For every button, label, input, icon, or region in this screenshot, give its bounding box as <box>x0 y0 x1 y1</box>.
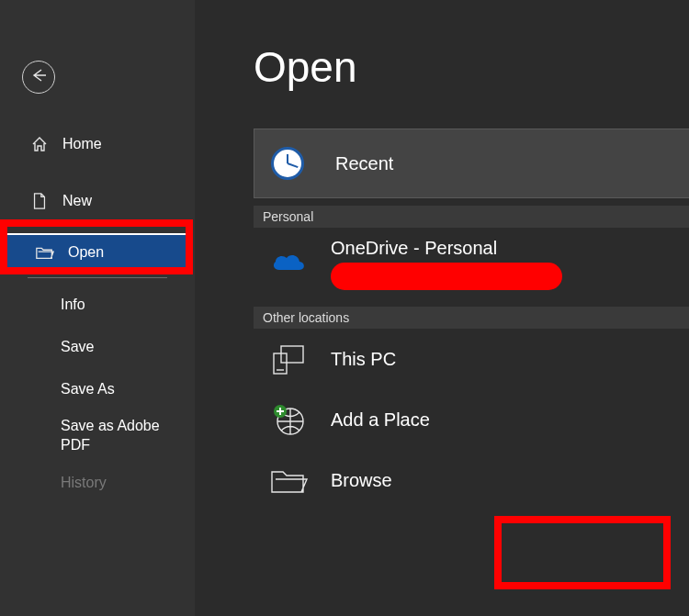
locations-section: Recent Personal OneDrive - Personal Othe… <box>254 129 689 510</box>
sidebar-item-home[interactable]: Home <box>0 125 195 163</box>
clock-icon <box>271 147 304 180</box>
redacted-email <box>331 263 562 290</box>
sidebar-item-label: Save As <box>61 381 115 398</box>
group-header-other: Other locations <box>254 307 689 329</box>
sidebar-items: Home New Open Info Save Save As Save <box>0 125 195 504</box>
sidebar-item-save-adobe-pdf[interactable]: Save as Adobe PDF <box>0 410 195 462</box>
sidebar-item-label: Info <box>61 297 85 313</box>
sidebar-item-label: Home <box>62 136 102 152</box>
location-text: OneDrive - Personal <box>331 238 562 290</box>
annotation-highlight-browse <box>494 516 671 589</box>
sidebar-item-save-as[interactable]: Save As <box>0 368 195 410</box>
sidebar-item-new[interactable]: New <box>0 182 195 220</box>
svg-rect-0 <box>281 346 303 363</box>
sidebar-item-save[interactable]: Save <box>0 326 195 368</box>
this-pc-icon <box>266 337 311 381</box>
sidebar-item-info[interactable]: Info <box>0 284 195 326</box>
location-label: OneDrive - Personal <box>331 238 562 259</box>
new-doc-icon <box>29 192 50 210</box>
page-title: Open <box>195 42 689 92</box>
sidebar-divider <box>28 277 167 278</box>
home-icon <box>29 135 50 153</box>
open-folder-icon <box>35 244 55 261</box>
arrow-left-icon <box>29 68 48 86</box>
main-panel: Open Recent Personal OneDrive - Personal… <box>195 0 689 616</box>
location-label: Add a Place <box>331 409 430 431</box>
location-browse[interactable]: Browse <box>254 450 689 510</box>
sidebar: Home New Open Info Save Save As Save <box>0 0 195 616</box>
browse-folder-icon <box>266 458 311 502</box>
location-this-pc[interactable]: This PC <box>254 329 689 389</box>
location-label: This PC <box>331 349 396 370</box>
location-label: Browse <box>331 470 392 491</box>
sidebar-item-history[interactable]: History <box>0 462 195 504</box>
back-button[interactable] <box>22 61 55 94</box>
sidebar-item-label: History <box>61 475 107 491</box>
sidebar-item-label: Save <box>61 339 94 355</box>
sidebar-item-label: New <box>62 193 92 209</box>
onedrive-icon <box>266 241 311 286</box>
sidebar-item-label: Open <box>68 244 104 261</box>
group-header-personal: Personal <box>254 206 689 228</box>
location-onedrive-personal[interactable]: OneDrive - Personal <box>254 228 689 299</box>
location-add-place[interactable]: Add a Place <box>254 389 689 450</box>
sidebar-item-label: Save as Adobe PDF <box>61 417 167 455</box>
sidebar-item-open[interactable]: Open <box>4 233 193 272</box>
location-label: Recent <box>335 153 393 174</box>
svg-rect-1 <box>274 353 287 374</box>
add-place-icon <box>266 398 311 442</box>
location-recent[interactable]: Recent <box>254 129 689 198</box>
